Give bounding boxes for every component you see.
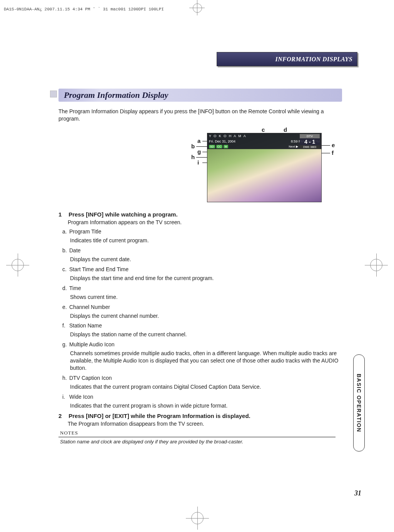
page-title: Program Information Display	[58, 89, 342, 102]
item-c: c.Start Time and End Time	[62, 266, 342, 272]
items-list: a.Program Title Indicates title of curre…	[58, 228, 342, 409]
item-i: i.Wide Icon	[62, 394, 342, 400]
item-h-desc: Indicates that the current program conta…	[70, 383, 342, 391]
item-e: e.Channel Number	[62, 304, 342, 310]
registration-mark-left	[12, 259, 24, 271]
item-f-key: f.	[62, 322, 69, 329]
sc-channel-num: 4 - 1	[300, 138, 320, 145]
item-d-desc: Shows current time.	[70, 294, 342, 301]
label-d: d	[284, 126, 287, 133]
label-b: b	[191, 143, 195, 149]
item-g-key: g.	[62, 341, 69, 347]
item-d-title: Time	[69, 285, 81, 291]
item-h: h.DTV Caption Icon	[62, 375, 342, 381]
item-c-key: c.	[62, 266, 69, 272]
item-c-desc: Displays the start time and end time for…	[70, 275, 342, 282]
item-b-key: b.	[62, 247, 69, 253]
item-f-desc: Displays the station name of the current…	[70, 331, 342, 338]
item-g-desc: Channels sometimes provide multiple audi…	[70, 350, 342, 372]
sc-station: DWE 3803	[300, 145, 320, 149]
content: 1 Press [INFO] while watching a program.…	[58, 211, 342, 445]
item-a-title: Program Title	[69, 228, 101, 235]
item-e-key: e.	[62, 304, 69, 310]
page-number: 31	[354, 489, 361, 497]
step2-head: 2 Press [INFO] or [EXIT] while the Progr…	[58, 413, 342, 419]
item-d-key: d.	[62, 285, 69, 291]
label-c: c	[262, 126, 265, 133]
sc-channel-box: DTV 4 - 1 DWE 3803	[300, 134, 320, 149]
label-h: h	[191, 154, 195, 160]
step2-num: 2	[58, 413, 67, 419]
sc-date: Fri. Dec 31, 2004	[209, 139, 235, 143]
item-g: g.Multiple Audio Icon	[62, 341, 342, 347]
print-header: DA1S-0N1DAA-AN¿ 2007.11.15 4:34 PM ˘ ` 3…	[4, 7, 164, 12]
page-title-bar: Program Information Display	[58, 89, 342, 102]
item-c-title: Start Time and End Time	[69, 266, 129, 272]
item-h-key: h.	[62, 375, 69, 381]
sc-icon-cc: CC	[216, 145, 222, 148]
item-b: b.Date	[62, 247, 342, 253]
sc-program-title: Y O K O H A M A	[209, 134, 247, 138]
item-e-title: Channel Number	[69, 304, 110, 310]
step1-head-text: Press [INFO] while watching a program.	[68, 211, 177, 218]
section-banner-text: INFORMATION DISPLAYS	[275, 56, 353, 62]
label-f: f	[332, 149, 334, 156]
label-e: e	[332, 142, 335, 148]
side-tab: BASIC OPERATION	[353, 354, 365, 451]
registration-mark-bottom	[191, 512, 204, 524]
item-d: d.Time	[62, 285, 342, 291]
step2-head-text: Press [INFO] or [EXIT] while the Program…	[68, 413, 250, 419]
notes-label: NOTES	[60, 430, 342, 436]
item-a-desc: Indicates title of current program.	[70, 237, 342, 244]
notes-text: Station name and clock are displayed onl…	[60, 439, 342, 445]
item-f: f.Station Name	[62, 322, 342, 329]
step1-head: 1 Press [INFO] while watching a program.	[58, 211, 342, 218]
item-b-desc: Displays the current date.	[70, 256, 342, 263]
section-banner: INFORMATION DISPLAYS	[217, 52, 357, 66]
program-info-screenshot: Y O K O H A M A 2:04 PM Fri. Dec 31, 200…	[207, 133, 322, 202]
item-e-desc: Displays the current channel number.	[70, 312, 342, 320]
registration-mark-right	[370, 259, 382, 271]
label-a: a	[197, 138, 200, 144]
item-a: a.Program Title	[62, 228, 342, 235]
notes-divider	[58, 437, 336, 437]
sc-dtv: DTV	[300, 134, 320, 138]
label-g: g	[197, 148, 201, 155]
item-i-desc: Indicates that the current program is sh…	[70, 402, 342, 409]
step2-body: The Program Information disappears from …	[68, 421, 342, 427]
item-h-title: DTV Caption Icon	[69, 375, 112, 381]
crop-mark-top	[189, 0, 205, 15]
title-square-icon	[50, 91, 57, 97]
intro-text: The Program Information Display appears …	[58, 108, 342, 123]
step1-num: 1	[58, 211, 67, 218]
side-tab-text: BASIC OPERATION	[356, 374, 362, 432]
item-g-title: Multiple Audio Icon	[69, 341, 115, 347]
item-f-title: Station Name	[69, 322, 102, 329]
item-i-key: i.	[62, 394, 69, 400]
item-a-key: a.	[62, 228, 69, 235]
sc-icon-wide: W	[224, 145, 229, 148]
sc-icon-audio: SD	[209, 145, 215, 148]
item-b-title: Date	[69, 247, 81, 253]
step1-body: Program Information appears on the TV sc…	[68, 219, 342, 225]
item-i-title: Wide Icon	[69, 394, 93, 400]
sc-next: Next ▶	[289, 145, 298, 148]
label-i: i	[197, 159, 199, 166]
